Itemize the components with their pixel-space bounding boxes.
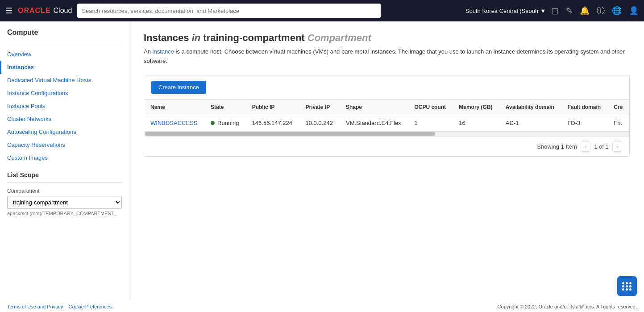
showing-text: Showing 1 Item [537, 143, 577, 150]
instance-link[interactable]: instance [153, 48, 174, 55]
pagination-prev-button[interactable]: ‹ [581, 141, 590, 152]
public-ip-value: 146.56.147.224 [252, 120, 292, 126]
col-state: State [204, 100, 246, 115]
cloud-wordmark: Cloud [54, 7, 72, 15]
sidebar-item-dedicated-vm-hosts[interactable]: Dedicated Virtual Machine Hosts [0, 74, 129, 87]
user-avatar[interactable]: 👤 [629, 6, 639, 16]
hamburger-menu[interactable]: ☰ [5, 6, 12, 16]
help-dot-6 [629, 285, 632, 287]
col-shape: Shape [340, 100, 408, 115]
search-input[interactable] [82, 8, 376, 14]
sidebar-title: Compute [0, 29, 129, 42]
help-dot-7 [622, 288, 624, 291]
col-availability-domain: Availability domain [499, 100, 561, 115]
page-title-italic: in [192, 32, 201, 43]
col-memory-gb: Memory (GB) [453, 100, 499, 115]
copyright-text: Copyright © 2022, Oracle and/or its affi… [498, 304, 637, 309]
page-title-compartment-name: training-compartment [203, 32, 304, 43]
instance-private-ip-cell: 10.0.0.242 [299, 115, 340, 131]
compartment-label: Compartment [7, 188, 122, 194]
top-navigation: ☰ ORACLE Cloud South Korea Central (Seou… [0, 0, 644, 21]
main-layout: Compute Overview Instances Dedicated Vir… [0, 21, 644, 312]
col-public-ip: Public IP [246, 100, 299, 115]
bell-icon[interactable]: 🔔 [580, 6, 590, 16]
page-title-prefix: Instances [144, 32, 189, 43]
pagination-next-button[interactable]: › [612, 141, 622, 152]
scroll-thumb[interactable] [145, 132, 435, 136]
help-dot-9 [629, 288, 632, 291]
instance-memory-cell: 16 [453, 115, 499, 131]
help-dot-1 [622, 282, 624, 284]
help-icon[interactable]: ⓘ [597, 5, 605, 16]
region-label: South Korea Central (Seoul) [465, 8, 538, 14]
nav-icon-group: ▢ ✎ 🔔 ⓘ 🌐 👤 [551, 5, 639, 16]
sidebar-divider [7, 44, 122, 44]
sidebar-item-capacity-reservations[interactable]: Capacity Reservations [0, 138, 129, 151]
memory-value: 16 [459, 120, 465, 126]
instance-created-cell: Fri. [607, 115, 629, 131]
status-running-dot [211, 121, 215, 125]
sidebar-item-overview[interactable]: Overview [0, 48, 129, 61]
col-ocpu-count: OCPU count [408, 100, 453, 115]
page-title: Instances in training-compartment Compar… [144, 32, 630, 44]
edit-icon[interactable]: ✎ [566, 6, 573, 16]
help-dot-8 [626, 288, 628, 291]
list-scope-title: List Scope [7, 171, 122, 179]
instance-name-link[interactable]: WINBDSACCESS [150, 120, 197, 126]
sidebar-item-instance-configurations[interactable]: Instance Configurations [0, 87, 129, 100]
shape-value: VM.Standard.E4.Flex [346, 120, 401, 126]
instances-table: Name State Public IP Private IP Shape OC… [144, 100, 629, 131]
instances-table-card: Create instance Name State Public IP Pri… [144, 75, 630, 157]
table-footer: Showing 1 Item ‹ 1 of 1 › [144, 137, 629, 156]
instance-state: Running [211, 120, 240, 126]
page-description-text: is a compute host. Choose between virtua… [144, 48, 625, 64]
created-value: Fri. [614, 120, 622, 126]
private-ip-value: 10.0.0.242 [305, 120, 332, 126]
instance-ocpu-cell: 1 [408, 115, 453, 131]
table-toolbar: Create instance [144, 75, 629, 100]
create-instance-button[interactable]: Create instance [151, 81, 206, 94]
sidebar-item-cluster-networks[interactable]: Cluster Networks [0, 112, 129, 125]
cloud-shell-icon[interactable]: ▢ [551, 6, 559, 16]
help-widget[interactable] [617, 276, 637, 296]
pagination-text: 1 of 1 [594, 143, 609, 150]
ocpu-value: 1 [414, 120, 417, 126]
oracle-logo: ORACLE Cloud [18, 7, 72, 15]
col-created: Cre [607, 100, 629, 115]
sidebar-item-custom-images[interactable]: Custom Images [0, 151, 129, 164]
instance-public-ip-cell: 146.56.147.224 [246, 115, 299, 131]
instance-shape-cell: VM.Standard.E4.Flex [340, 115, 408, 131]
sidebar-item-instance-pools[interactable]: Instance Pools [0, 100, 129, 112]
oracle-wordmark: ORACLE [18, 7, 51, 15]
globe-icon[interactable]: 🌐 [612, 6, 622, 16]
sidebar-item-instances[interactable]: Instances [0, 61, 129, 74]
col-private-ip: Private IP [299, 100, 340, 115]
help-dot-5 [626, 285, 628, 287]
fd-value: FD-3 [567, 120, 580, 126]
compartment-select[interactable]: training-compartment [7, 196, 122, 209]
list-scope-divider [7, 182, 122, 183]
horizontal-scrollbar[interactable] [144, 131, 629, 137]
chevron-down-icon: ▼ [540, 8, 546, 14]
instance-fd-cell: FD-3 [561, 115, 607, 131]
ad-value: AD-1 [506, 120, 519, 126]
cookie-link[interactable]: Cookie Preferences [69, 304, 112, 309]
table-row: WINBDSACCESS Running 146.56.147.224 [144, 115, 629, 131]
col-fault-domain: Fault domain [561, 100, 607, 115]
help-dots-grid [622, 282, 632, 291]
status-label: Running [217, 120, 239, 126]
terms-link[interactable]: Terms of Use and Privacy [7, 304, 63, 309]
col-name: Name [144, 100, 204, 115]
help-dot-3 [629, 282, 632, 284]
page-description: An instance is a compute host. Choose be… [144, 47, 630, 66]
instance-state-cell: Running [204, 115, 246, 131]
region-selector[interactable]: South Korea Central (Seoul) ▼ [465, 8, 546, 14]
instance-name-cell: WINBDSACCESS [144, 115, 204, 131]
help-dot-4 [622, 285, 624, 287]
search-bar[interactable] [77, 4, 381, 18]
help-dot-2 [626, 282, 628, 284]
sidebar-item-autoscaling-configurations[interactable]: Autoscaling Configurations [0, 125, 129, 138]
compartment-hint: apackrsct (root)/TEMPORARY_COMPARTMENT_ [7, 211, 122, 216]
footer-links: Terms of Use and Privacy Cookie Preferen… [7, 304, 112, 309]
instance-ad-cell: AD-1 [499, 115, 561, 131]
